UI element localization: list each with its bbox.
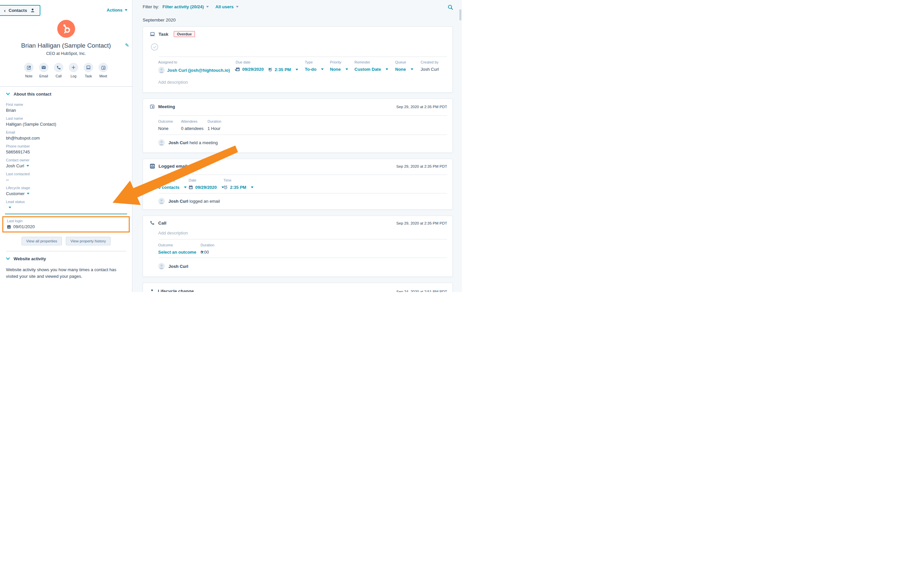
- assigned-to-dropdown[interactable]: Josh Curl (josh@hightouch.io): [158, 67, 237, 73]
- activity-timeline: Filter by: Filter activity (20/24) All u…: [133, 0, 462, 292]
- column-label: Date: [189, 178, 224, 182]
- call-button[interactable]: Call: [54, 63, 63, 78]
- time-dropdown[interactable]: 2:35 PM: [223, 185, 254, 190]
- contact-avatar: [57, 20, 75, 38]
- column-label: Attendees: [181, 119, 203, 123]
- field-label: Last contacted: [6, 172, 126, 176]
- time-cell: Time 2:35 PM: [223, 178, 254, 190]
- view-all-properties-button[interactable]: View all properties: [21, 237, 62, 245]
- contact-sidebar: ‹ Contacts Actions Brian Halligan (Sampl…: [0, 0, 132, 292]
- due-date-dropdown[interactable]: 09/29/2020: [236, 67, 271, 72]
- email-button[interactable]: Email: [39, 63, 48, 78]
- lead-status-dropdown[interactable]: [6, 205, 126, 210]
- field-lifecycle-stage: Lifecycle stage Customer: [6, 186, 126, 196]
- due-date-cell: Due date 09/29/2020: [236, 60, 271, 72]
- add-description-link[interactable]: Add description: [158, 230, 188, 235]
- last-login-label: Last login: [7, 219, 125, 223]
- scrollbar-thumb[interactable]: [459, 9, 461, 20]
- dropdown-caret-icon: [184, 186, 186, 188]
- queue-dropdown[interactable]: None: [395, 67, 413, 72]
- duration-cell: Duration 0:00: [201, 243, 214, 255]
- about-section: About this contact First name Brian Last…: [0, 87, 132, 251]
- dropdown-caret-icon: [206, 6, 209, 8]
- reminder-dropdown[interactable]: Custom Date: [355, 67, 388, 72]
- field-value[interactable]: 5865691745: [6, 150, 126, 155]
- last-login-value-row[interactable]: 09/01/2020: [7, 224, 125, 229]
- log-button[interactable]: Log: [69, 63, 78, 78]
- overdue-badge: Overdue: [174, 31, 195, 37]
- field-value[interactable]: Halligan (Sample Contact): [6, 122, 126, 127]
- column-label: Duration: [201, 243, 214, 247]
- field-phone: Phone number 5865691745: [6, 144, 126, 155]
- field-value[interactable]: Brian: [6, 108, 126, 113]
- meeting-calendar-icon: [150, 104, 155, 109]
- website-activity-header[interactable]: Website activity: [6, 256, 126, 261]
- task-laptop-icon: [150, 31, 155, 37]
- outcome-cell: Outcome None: [158, 119, 173, 131]
- outcome-cell: Outcome Select an outcome: [158, 243, 203, 255]
- lifecycle-stage-dropdown[interactable]: Customer: [6, 191, 126, 196]
- meet-button[interactable]: Meet: [99, 63, 108, 78]
- meeting-card: Meeting Sep 29, 2020 at 2:35 PM PDT Outc…: [143, 99, 453, 153]
- task-button[interactable]: Task: [84, 63, 93, 78]
- task-complete-checkbox[interactable]: [151, 43, 158, 51]
- task-laptop-icon: [84, 63, 93, 72]
- card-divider: [159, 193, 447, 194]
- due-time-dropdown[interactable]: 2:35 PM: [268, 67, 298, 72]
- email-icon: [39, 63, 48, 72]
- footer-user-name: Josh Curl: [168, 264, 188, 269]
- contacted-dropdown[interactable]: 0 contacts: [158, 185, 186, 190]
- contact-name: Brian Halligan (Sample Contact): [0, 42, 132, 49]
- actions-caret-icon: [125, 9, 127, 11]
- column-label: Priority: [330, 60, 348, 64]
- user-avatar: [158, 263, 165, 270]
- field-label: Last name: [6, 117, 126, 120]
- contact-person-icon: [30, 8, 35, 13]
- date-dropdown[interactable]: 09/29/2020: [189, 185, 224, 190]
- field-label: Email: [6, 130, 126, 134]
- add-description-link[interactable]: Add description: [158, 80, 188, 85]
- search-icon[interactable]: [447, 4, 454, 12]
- website-activity-heading: Website activity: [13, 256, 46, 261]
- view-property-history-button[interactable]: View property history: [66, 237, 111, 245]
- last-login-highlight-box: Last login 09/01/2020: [2, 216, 130, 232]
- outcome-value: Select an outcome: [158, 250, 196, 255]
- type-dropdown[interactable]: To-do: [305, 67, 323, 72]
- meet-calendar-icon: [99, 63, 108, 72]
- column-label: Duration: [208, 119, 221, 123]
- collapse-chevron-icon: [6, 92, 10, 95]
- duration-value: 1 Hour: [208, 126, 221, 131]
- actions-dropdown[interactable]: Actions: [107, 8, 127, 13]
- back-chevron-icon: ‹: [4, 8, 6, 13]
- field-value: Customer: [6, 191, 25, 196]
- property-buttons-row: View all properties View property histor…: [6, 237, 126, 245]
- reminder-value: Custom Date: [355, 67, 381, 72]
- note-button[interactable]: Note: [24, 63, 33, 78]
- card-divider: [159, 258, 447, 258]
- filter-activity-label: Filter activity (20/24): [162, 4, 204, 9]
- log-plus-icon: [69, 63, 78, 72]
- dropdown-caret-icon: [236, 6, 239, 8]
- reminder-cell: Reminder Custom Date: [355, 60, 388, 72]
- footer-user-name: Josh Curl: [168, 140, 188, 145]
- type-value: To-do: [305, 67, 317, 72]
- last-login-value: 09/01/2020: [13, 224, 35, 229]
- field-label: Lifecycle stage: [6, 186, 126, 190]
- contact-owner-dropdown[interactable]: Josh Curl: [6, 163, 126, 168]
- outcome-value: None: [158, 126, 173, 131]
- field-value[interactable]: bh@hubspot.com: [6, 136, 126, 141]
- hubspot-contact-page: { "colors": { "accent_teal": "#0091ae", …: [0, 0, 462, 292]
- about-section-header[interactable]: About this contact: [6, 92, 126, 97]
- back-to-contacts-button[interactable]: ‹ Contacts: [0, 5, 40, 16]
- column-label: Type: [305, 60, 323, 64]
- filter-activity-dropdown[interactable]: Filter activity (20/24): [162, 4, 209, 9]
- all-users-dropdown[interactable]: All users: [215, 4, 239, 9]
- edit-name-pencil-icon[interactable]: ✎: [125, 42, 129, 48]
- dropdown-caret-icon: [8, 207, 11, 208]
- attendees-cell: Attendees 0 attendees: [181, 119, 203, 131]
- column-label: Outcome: [158, 119, 173, 123]
- priority-dropdown[interactable]: None: [330, 67, 348, 72]
- contact-role: CEO at HubSpot, Inc.: [0, 51, 132, 56]
- field-label: Contact owner: [6, 158, 126, 162]
- select-outcome-dropdown[interactable]: Select an outcome: [158, 250, 203, 255]
